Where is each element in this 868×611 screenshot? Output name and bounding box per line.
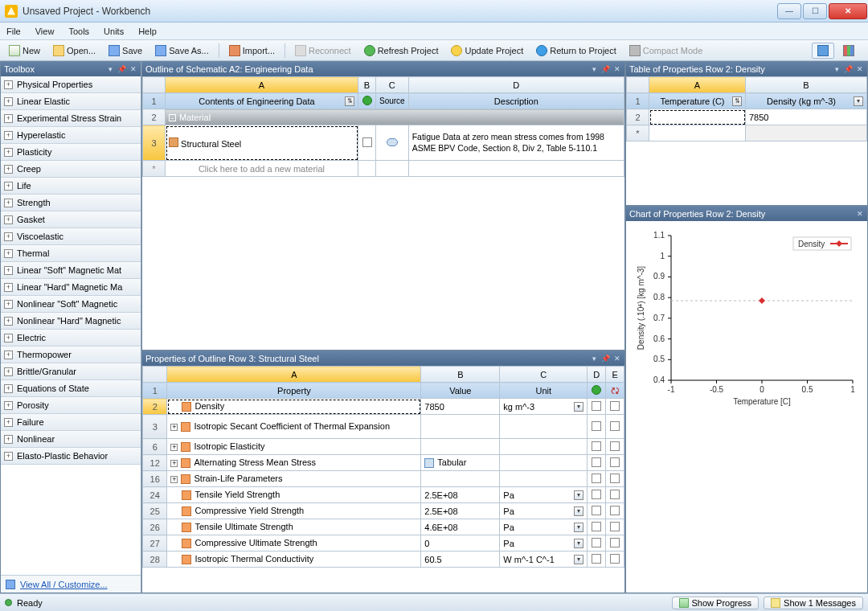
expand-icon[interactable]: + bbox=[4, 249, 13, 258]
toolbox-item[interactable]: +Nonlinear bbox=[1, 431, 141, 448]
dropdown-icon[interactable]: ▾ bbox=[106, 65, 115, 74]
dropdown-icon[interactable]: ▾ bbox=[590, 65, 599, 74]
close-panel-icon[interactable]: ✕ bbox=[612, 355, 621, 363]
compact-button[interactable]: Compact Mode bbox=[624, 43, 709, 59]
toolbox-item[interactable]: +Nonlinear "Soft" Magnetic bbox=[1, 296, 141, 313]
property-row[interactable]: 27Compressive Ultimate Strength0Pa▾ bbox=[143, 535, 624, 552]
outline-grid[interactable]: ABCD 1Contents of Engineering Data ⇅Sour… bbox=[142, 76, 624, 177]
chart-button[interactable] bbox=[837, 43, 860, 59]
toolbox-item[interactable]: +Viscoelastic bbox=[1, 228, 141, 245]
menu-view[interactable]: View bbox=[35, 27, 55, 36]
link-icon[interactable] bbox=[387, 138, 398, 146]
properties-grid[interactable]: ABCDE 1PropertyValueUnit🗘 2Density7850kg… bbox=[142, 366, 624, 568]
close-panel-icon[interactable]: ✕ bbox=[855, 210, 864, 219]
checkbox[interactable] bbox=[610, 457, 620, 467]
unit-dropdown-icon[interactable]: ▾ bbox=[574, 555, 583, 564]
expand-icon[interactable]: + bbox=[4, 131, 13, 140]
dropdown-icon[interactable]: ▾ bbox=[590, 355, 599, 363]
toolbox-item[interactable]: +Gasket bbox=[1, 211, 141, 228]
toolbox-item[interactable]: +Electric bbox=[1, 330, 141, 347]
pin-icon[interactable]: 📌 bbox=[601, 355, 610, 363]
property-row[interactable]: 3+Isotropic Secant Coefficient of Therma… bbox=[143, 415, 624, 439]
close-panel-icon[interactable]: ✕ bbox=[129, 65, 137, 74]
property-row[interactable]: 28Isotropic Thermal Conductivity60.5W m^… bbox=[143, 552, 624, 568]
toolbox-item[interactable]: +Linear "Soft" Magnetic Mat bbox=[1, 262, 141, 279]
expand-icon[interactable]: + bbox=[4, 435, 13, 444]
checkbox[interactable] bbox=[610, 506, 620, 515]
toolbox-item[interactable]: +Thermal bbox=[1, 245, 141, 262]
checkbox[interactable] bbox=[610, 490, 620, 499]
pin-icon[interactable]: 📌 bbox=[844, 65, 853, 74]
temperature-cell[interactable] bbox=[649, 109, 746, 125]
reconnect-button[interactable]: Reconnect bbox=[289, 43, 357, 59]
property-row[interactable]: 26Tensile Ultimate Strength4.6E+08Pa▾ bbox=[143, 519, 624, 535]
expand-icon[interactable]: + bbox=[4, 114, 13, 123]
checkbox[interactable] bbox=[592, 474, 601, 483]
toolbox-item[interactable]: +Strength bbox=[1, 195, 141, 211]
property-row[interactable]: 16+Strain-Life Parameters bbox=[143, 471, 624, 487]
menu-tools[interactable]: Tools bbox=[68, 27, 89, 36]
toolbox-item[interactable]: +Failure bbox=[1, 414, 141, 431]
menu-units[interactable]: Units bbox=[104, 27, 124, 36]
checkbox[interactable] bbox=[610, 538, 620, 547]
expand-icon[interactable]: + bbox=[4, 351, 13, 359]
menu-help[interactable]: Help bbox=[138, 27, 157, 36]
expand-icon[interactable]: + bbox=[4, 97, 13, 106]
return-button[interactable]: Return to Project bbox=[530, 43, 622, 59]
expand-icon[interactable]: + bbox=[4, 199, 13, 207]
new-button[interactable]: New bbox=[3, 43, 46, 59]
toolbox-item[interactable]: +Nonlinear "Hard" Magnetic bbox=[1, 313, 141, 330]
property-row[interactable]: 6+Isotropic Elasticity bbox=[143, 439, 624, 455]
checkbox[interactable] bbox=[592, 490, 601, 499]
expand-icon[interactable]: + bbox=[170, 424, 178, 431]
menu-file[interactable]: File bbox=[6, 27, 21, 36]
expand-icon[interactable]: + bbox=[4, 80, 13, 89]
checkbox[interactable] bbox=[610, 421, 620, 431]
saveas-button[interactable]: Save As... bbox=[149, 43, 215, 59]
pin-icon[interactable]: 📌 bbox=[601, 65, 610, 74]
expand-icon[interactable]: + bbox=[4, 452, 13, 461]
unit-dropdown-icon[interactable]: ▾ bbox=[574, 506, 583, 516]
checkbox[interactable] bbox=[592, 554, 601, 564]
expand-icon[interactable]: + bbox=[170, 476, 178, 483]
checkbox[interactable] bbox=[610, 474, 620, 483]
expand-icon[interactable]: + bbox=[4, 165, 13, 174]
property-row[interactable]: 25Compressive Yield Strength2.5E+08Pa▾ bbox=[143, 503, 624, 519]
unit-dropdown-icon[interactable]: ▾ bbox=[574, 539, 583, 548]
dropdown-icon[interactable]: ▾ bbox=[854, 96, 863, 106]
expand-icon[interactable]: + bbox=[4, 300, 13, 309]
toolbox-item[interactable]: +Physical Properties bbox=[1, 76, 141, 93]
filter-button[interactable] bbox=[812, 43, 834, 59]
toolbox-item[interactable]: +Linear Elastic bbox=[1, 93, 141, 110]
checkbox[interactable] bbox=[362, 137, 372, 147]
expand-icon[interactable]: + bbox=[4, 418, 13, 427]
expand-icon[interactable]: + bbox=[4, 367, 13, 376]
toolbox-item[interactable]: +Plasticity bbox=[1, 144, 141, 161]
toolbox-item[interactable]: +Porosity bbox=[1, 397, 141, 414]
density-cell[interactable]: 7850 bbox=[746, 109, 867, 125]
toolbox-list[interactable]: +Physical Properties+Linear Elastic+Expe… bbox=[1, 76, 141, 575]
expand-icon[interactable]: + bbox=[4, 215, 13, 224]
checkbox[interactable] bbox=[610, 522, 620, 531]
open-button[interactable]: Open... bbox=[47, 43, 101, 59]
checkbox[interactable] bbox=[592, 401, 601, 411]
refresh-button[interactable]: Refresh Project bbox=[358, 43, 444, 59]
checkbox[interactable] bbox=[592, 457, 601, 467]
property-row[interactable]: 24Tensile Yield Strength2.5E+08Pa▾ bbox=[143, 487, 624, 503]
expand-icon[interactable]: + bbox=[170, 460, 178, 467]
property-row[interactable]: 12+Alternating Stress Mean StressTabular bbox=[143, 455, 624, 471]
close-panel-icon[interactable]: ✕ bbox=[855, 65, 864, 74]
toolbox-item[interactable]: +Elasto-Plastic Behavior bbox=[1, 448, 141, 465]
checkbox[interactable] bbox=[592, 506, 601, 515]
toolbox-item[interactable]: +Brittle/Granular bbox=[1, 363, 141, 380]
checkbox[interactable] bbox=[592, 441, 601, 451]
expand-icon[interactable]: + bbox=[4, 334, 13, 342]
toolbox-item[interactable]: +Hyperelastic bbox=[1, 127, 141, 144]
checkbox[interactable] bbox=[592, 538, 601, 547]
expand-icon[interactable]: + bbox=[4, 148, 13, 157]
sort-icon[interactable]: ⇅ bbox=[732, 96, 742, 106]
property-row[interactable]: 2Density7850kg m^-3▾ bbox=[143, 399, 624, 415]
toolbox-item[interactable]: +Equations of State bbox=[1, 380, 141, 397]
expand-icon[interactable]: + bbox=[4, 384, 13, 393]
minimize-button[interactable] bbox=[777, 3, 801, 19]
